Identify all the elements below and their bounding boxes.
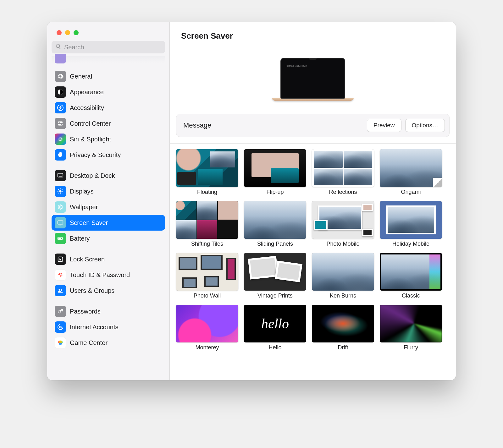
appearance-icon [55,86,66,98]
screensaver-option-shifting-tiles[interactable]: Shifting Tiles [176,201,238,247]
svg-point-22 [60,209,61,210]
sidebar-item-internet-accounts[interactable]: Internet Accounts [52,319,165,335]
content-scroll[interactable]: Tetiana's MacBook Air Message Preview Op… [170,50,456,380]
screensaver-thumbnail [380,253,442,291]
screensaver-option-photo-wall[interactable]: Photo Wall [176,253,238,299]
search-field[interactable] [52,41,165,53]
screensaver-label: Drift [338,344,348,351]
sidebar-item-accessibility[interactable]: Accessibility [52,100,165,116]
gamecenter-icon [55,337,66,348]
svg-point-23 [58,206,59,208]
screensaver-option-vintage-prints[interactable]: Vintage Prints [244,253,306,299]
svg-point-26 [61,205,63,206]
screensaver-option-drift[interactable]: Drift [312,305,374,351]
svg-line-16 [58,189,59,190]
fullscreen-window-button[interactable] [74,30,79,35]
sidebar-item-label: Screen Saver [70,219,108,227]
sidebar-item-label: Users & Groups [70,287,114,294]
sidebar-item-general[interactable]: General [52,68,165,84]
screensaver-label: Monterey [195,344,219,351]
sidebar-item-label: Accessibility [70,104,104,112]
sidebar-item-control-center[interactable]: Control Center [52,116,165,131]
window-controls [47,22,169,41]
at-icon [55,321,66,333]
sidebar-item-screen-saver[interactable]: Screen Saver [52,215,165,231]
svg-point-36 [59,289,61,291]
svg-point-24 [62,206,63,208]
sidebar-item-appearance[interactable]: Appearance [52,84,165,100]
screensaver-icon [55,217,66,228]
screensaver-thumbnail [176,201,238,239]
screensaver-option-flip-up[interactable]: Flip-up [244,149,306,195]
screensaver-thumbnail [380,201,442,239]
sidebar-item-desktop-dock[interactable]: Desktop & Dock [52,168,165,183]
sidebar-item-label: Battery [70,235,90,242]
screensaver-thumbnail [244,201,306,239]
screensaver-thumbnail [312,305,374,342]
screensaver-option-reflections[interactable]: Reflections [312,149,374,195]
screensaver-option-origami[interactable]: Origami [380,149,442,195]
screensaver-thumbnail [176,149,238,187]
screensaver-thumbnail [380,149,442,187]
svg-point-20 [59,206,61,208]
screensaver-label: Holiday Mobile [392,241,429,247]
sidebar-item-label: General [70,73,92,80]
screensaver-thumbnail [244,253,306,291]
sidebar-item-label: Passwords [70,308,101,315]
hand-icon [55,149,66,161]
svg-point-28 [61,208,63,209]
preview-button[interactable]: Preview [367,119,401,132]
screensaver-preview: Tetiana's MacBook Air [170,50,456,114]
lock-icon [55,254,66,265]
screensaver-label: Flurry [404,344,418,351]
sidebar-item-users-groups[interactable]: Users & Groups [52,283,165,298]
screensaver-thumbnail [312,253,374,291]
svg-rect-29 [58,221,63,224]
svg-rect-35 [59,259,61,260]
screensaver-grid: FloatingFlip-upReflectionsOrigamiShiftin… [170,144,456,358]
sidebar-item-partial[interactable] [52,56,165,63]
sidebar-item-label: Displays [70,188,94,195]
laptop-screen: Tetiana's MacBook Air [280,58,345,99]
screensaver-option-flurry[interactable]: Flurry [380,305,442,351]
sidebar-item-label: Wallpaper [70,204,98,211]
sidebar-item-passwords[interactable]: Passwords [52,303,165,319]
main-content: Screen Saver Tetiana's MacBook Air Messa… [170,22,456,380]
search-input[interactable] [64,44,161,51]
screensaver-option-ken-burns[interactable]: Ken Burns [312,253,374,299]
sidebar-item-battery[interactable]: Battery [52,231,165,246]
gear-icon [55,71,66,82]
close-window-button[interactable] [57,30,62,35]
siri-icon [55,134,66,145]
partial-icon [55,54,66,63]
dock-icon [55,170,66,181]
screensaver-option-monterey[interactable]: Monterey [176,305,238,351]
screensaver-option-holiday-mobile[interactable]: Holiday Mobile [380,201,442,247]
minimize-window-button[interactable] [65,30,70,35]
screensaver-label: Ken Burns [330,292,356,299]
sidebar-item-touch-id-password[interactable]: Touch ID & Password [52,267,165,283]
sidebar-item-siri-spotlight[interactable]: Siri & Spotlight [52,131,165,147]
svg-rect-32 [63,238,63,239]
sidebar-item-privacy-security[interactable]: Privacy & Security [52,147,165,163]
screensaver-option-sliding-panels[interactable]: Sliding Panels [244,201,306,247]
svg-point-21 [60,205,61,206]
screensaver-label: Sliding Panels [257,241,293,247]
screensaver-label: Origami [401,189,421,195]
screensaver-option-hello[interactable]: helloHello [244,305,306,351]
screensaver-option-classic[interactable]: Classic [380,253,442,299]
screensaver-option-photo-mobile[interactable]: Photo Mobile [312,201,374,247]
svg-line-19 [58,193,59,194]
sidebar-item-displays[interactable]: Displays [52,183,165,199]
sidebar-item-label: Desktop & Dock [70,172,115,179]
current-screensaver-label: Message [183,121,363,129]
screensaver-option-floating[interactable]: Floating [176,149,238,195]
options-button[interactable]: Options… [405,119,445,132]
screensaver-label: Vintage Prints [257,292,293,299]
sidebar-item-lock-screen[interactable]: Lock Screen [52,251,165,267]
page-title: Screen Saver [181,31,233,41]
control-center-icon [55,118,66,129]
sidebar-item-wallpaper[interactable]: Wallpaper [52,199,165,215]
sidebar-item-label: Internet Accounts [70,324,119,331]
sidebar-item-game-center[interactable]: Game Center [52,335,165,351]
